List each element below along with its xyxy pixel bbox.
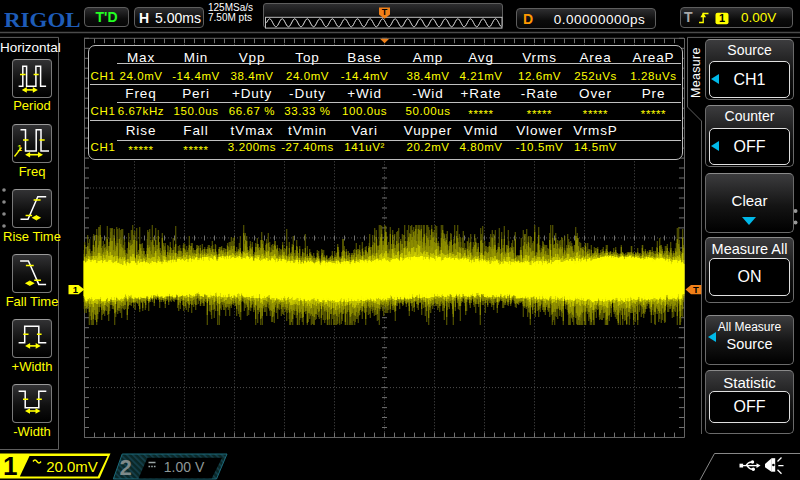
svg-text:1: 1 (3, 451, 17, 480)
svg-text:1: 1 (719, 12, 725, 24)
svg-text:1.00 V: 1.00 V (164, 459, 205, 475)
svg-text:2: 2 (120, 455, 132, 480)
svg-text:T: T (382, 7, 388, 17)
svg-text:T: T (693, 284, 699, 295)
svg-text:20.0mV: 20.0mV (46, 458, 98, 475)
